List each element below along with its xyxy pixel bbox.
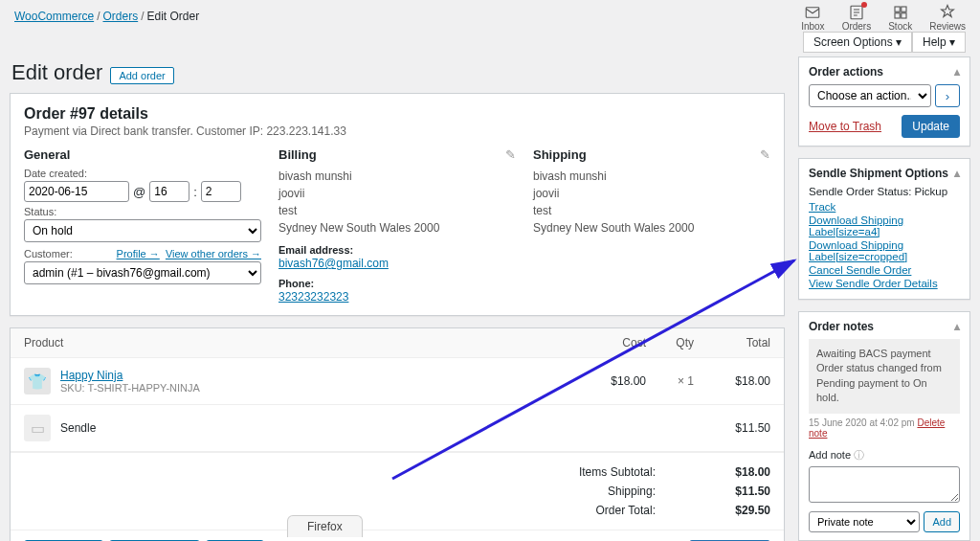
- view-sendle-link[interactable]: View Sendle Order Details: [809, 278, 960, 289]
- svg-rect-2: [895, 7, 900, 11]
- inbox-icon[interactable]: Inbox: [801, 4, 824, 32]
- email-link[interactable]: bivash76@gmail.com: [278, 257, 389, 270]
- order-details-panel: Order #97 details Payment via Direct ban…: [10, 93, 785, 316]
- download-a4-link[interactable]: Download Shipping Label[size=a4]: [809, 214, 960, 237]
- add-order-button[interactable]: Add order: [110, 67, 173, 84]
- breadcrumb-root[interactable]: WooCommerce: [14, 10, 94, 23]
- edit-shipping-icon[interactable]: ✎: [760, 147, 770, 162]
- col-total: Total: [694, 336, 770, 349]
- date-label: Date created:: [24, 168, 261, 179]
- breadcrumb-orders[interactable]: Orders: [102, 10, 138, 23]
- sendle-title: Sendle Shipment Options: [809, 167, 948, 180]
- screen-options-tab[interactable]: Screen Options ▾: [803, 32, 912, 53]
- notes-title: Order notes: [809, 320, 874, 333]
- svg-rect-0: [807, 8, 820, 18]
- shipping-address: bivash munshi joovii test Sydney New Sou…: [533, 168, 770, 237]
- shipping-heading: Shipping: [533, 147, 770, 162]
- track-link[interactable]: Track: [809, 201, 960, 213]
- minute-input[interactable]: [201, 181, 241, 202]
- shipping-total: $11.50: [694, 421, 770, 435]
- shipping-label: Shipping:: [541, 485, 656, 498]
- billing-heading: Billing: [278, 147, 516, 162]
- at-symbol: @: [133, 185, 145, 199]
- firefox-tab[interactable]: Firefox: [287, 515, 363, 537]
- note-content: Awaiting BACS payment Order status chang…: [809, 339, 960, 414]
- order-actions-panel: Order actions▴ Choose an action... › Mov…: [798, 56, 970, 147]
- orders-icon[interactable]: Orders: [842, 4, 872, 32]
- stock-icon[interactable]: Stock: [888, 4, 912, 32]
- product-link[interactable]: Happy Ninja: [60, 369, 122, 382]
- profile-link[interactable]: Profile →: [117, 248, 160, 259]
- breadcrumb: WooCommerce/Orders/Edit Order: [14, 4, 199, 23]
- col-product: Product: [24, 336, 569, 349]
- ordertotal-label: Order Total:: [541, 504, 656, 517]
- col-qty: Qty: [646, 336, 694, 349]
- download-cropped-link[interactable]: Download Shipping Label[size=cropped]: [809, 239, 960, 262]
- item-qty: × 1: [646, 374, 694, 388]
- shipping-value: $11.50: [713, 485, 770, 498]
- status-select[interactable]: On hold: [24, 219, 261, 242]
- item-cost: $18.00: [569, 374, 646, 388]
- order-notes-panel: Order notes▴ Awaiting BACS payment Order…: [798, 311, 970, 541]
- items-panel: Product Cost Qty Total 👕 Happy NinjaSKU:…: [10, 327, 785, 541]
- date-input[interactable]: [24, 181, 129, 202]
- col-cost: Cost: [569, 336, 646, 349]
- page-title: Edit order: [11, 60, 102, 85]
- edit-billing-icon[interactable]: ✎: [505, 147, 516, 162]
- sendle-status: Sendle Order Status: Pickup: [809, 186, 960, 197]
- action-select[interactable]: Choose an action...: [809, 84, 931, 107]
- note-textarea[interactable]: [809, 466, 960, 503]
- run-action-button[interactable]: ›: [935, 84, 960, 107]
- svg-rect-3: [901, 7, 905, 11]
- status-label: Status:: [24, 206, 261, 217]
- svg-rect-4: [895, 13, 900, 18]
- sendle-panel: Sendle Shipment Options▴ Sendle Order St…: [798, 158, 970, 300]
- ordertotal-value: $29.50: [713, 504, 770, 517]
- product-sku: SKU: T-SHIRT-HAPPY-NINJA: [60, 382, 569, 394]
- customer-label: Customer:: [24, 248, 73, 259]
- order-heading: Order #97 details: [24, 105, 770, 123]
- subtotal-value: $18.00: [713, 465, 770, 479]
- item-row: 👕 Happy NinjaSKU: T-SHIRT-HAPPY-NINJA $1…: [11, 358, 784, 405]
- reviews-icon[interactable]: Reviews: [929, 4, 966, 32]
- actions-title: Order actions: [809, 65, 883, 79]
- collapse-icon[interactable]: ▴: [954, 320, 960, 333]
- shipping-row: ▭ Sendle $11.50: [11, 405, 784, 452]
- note-type-select[interactable]: Private note: [809, 511, 920, 532]
- svg-rect-5: [901, 13, 905, 18]
- move-to-trash-link[interactable]: Move to Trash: [809, 120, 881, 133]
- breadcrumb-current: Edit Order: [147, 10, 200, 23]
- phone-label: Phone:: [278, 278, 516, 289]
- general-heading: General: [24, 147, 261, 162]
- help-icon[interactable]: ⓘ: [854, 449, 864, 461]
- phone-link[interactable]: 32323232323: [278, 290, 348, 304]
- subtotal-label: Items Subtotal:: [541, 465, 656, 479]
- cancel-sendle-link[interactable]: Cancel Sendle Order: [809, 264, 960, 276]
- product-thumb-icon: 👕: [24, 368, 51, 394]
- other-orders-link[interactable]: View other orders →: [166, 248, 261, 259]
- shipping-icon: ▭: [24, 415, 51, 441]
- billing-address: bivash munshi joovii test Sydney New Sou…: [278, 168, 516, 237]
- email-label: Email address:: [278, 244, 516, 256]
- order-sub: Payment via Direct bank transfer. Custom…: [24, 124, 770, 138]
- collapse-icon[interactable]: ▴: [954, 65, 960, 79]
- add-note-button[interactable]: Add: [924, 511, 960, 532]
- customer-select[interactable]: admin (#1 – bivash76@gmail.com): [24, 261, 261, 284]
- update-button[interactable]: Update: [902, 115, 960, 138]
- add-note-label: Add note ⓘ: [809, 448, 960, 462]
- item-total: $18.00: [694, 374, 770, 388]
- note-date: 15 June 2020 at 4:02 pm: [809, 417, 915, 428]
- help-tab[interactable]: Help ▾: [912, 32, 966, 53]
- hour-input[interactable]: [149, 181, 189, 202]
- shipping-name: Sendle: [60, 421, 569, 435]
- collapse-icon[interactable]: ▴: [954, 167, 960, 180]
